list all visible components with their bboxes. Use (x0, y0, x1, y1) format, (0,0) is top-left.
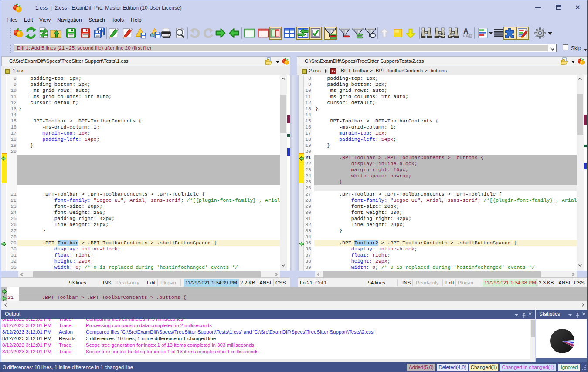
svg-text:AB: AB (466, 33, 472, 39)
